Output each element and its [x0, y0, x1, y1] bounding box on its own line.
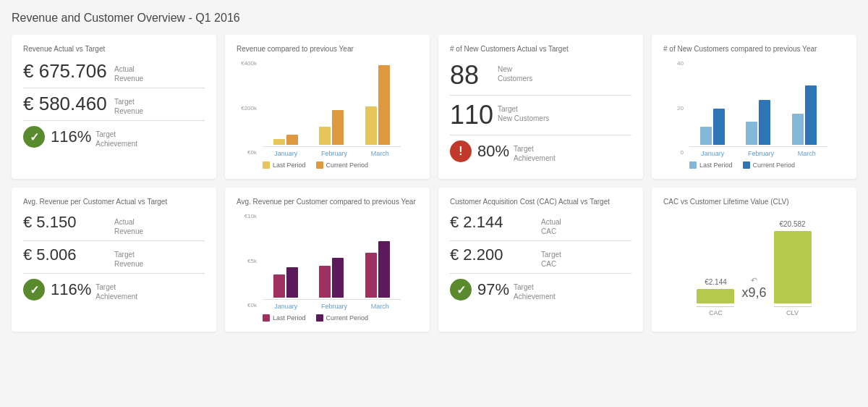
x-mar: March	[371, 150, 389, 157]
revenue-actual-title: Revenue Actual vs Target	[23, 45, 205, 53]
bottom-right-row: Customer Acquisition Cost (CAC) Actual v…	[438, 188, 856, 332]
cac-target-value: € 2.200	[450, 246, 537, 264]
avg-actual-label: ActualRevenue	[114, 217, 143, 236]
divider6	[23, 273, 205, 274]
cust-bar-feb	[746, 100, 770, 145]
cust-legend-current-dot	[743, 161, 750, 169]
customers-achievement-pct: 80%	[477, 142, 509, 161]
cac-achievement-row: 97% TargetAchievement	[450, 278, 631, 301]
avg-legend-current: Current Period	[316, 314, 369, 322]
new-customers-actual-card: # of New Customers Actual vs Target 88 N…	[438, 35, 643, 179]
achievement-label: TargetAchievement	[95, 130, 137, 148]
y-label-200: €200k	[237, 105, 260, 112]
achievement-pct: 116%	[51, 127, 91, 146]
cust-legend-current: Current Period	[743, 161, 796, 169]
customers-target-value: 110	[450, 100, 493, 130]
customers-actual-value: 88	[450, 60, 493, 91]
legend-current-dot	[316, 161, 323, 169]
achievement-row: 116% TargetAchievement	[23, 125, 205, 148]
avg-achievement-row: 116% TargetAchievement	[23, 278, 205, 301]
legend-last-label: Last Period	[273, 161, 306, 169]
avg-actual-block: € 5.150 ActualRevenue	[23, 213, 205, 236]
revenue-bars	[263, 60, 401, 147]
actual-revenue-block: € 675.706 ActualRevenue	[23, 60, 205, 83]
cac-col: €2.144 CAC	[697, 278, 734, 316]
cust-y-40: 40	[663, 60, 686, 67]
avg-bar-mar	[365, 241, 390, 298]
avg-legend-current-dot	[316, 314, 323, 322]
clv-bar	[774, 231, 812, 303]
cust-legend-last-dot	[689, 161, 697, 169]
check-icon	[23, 126, 45, 148]
cac-actual-card: Customer Acquisition Cost (CAC) Actual v…	[438, 188, 643, 332]
avg-legend-last: Last Period	[263, 314, 306, 322]
avg-x-labels: January February March	[263, 303, 401, 310]
cac-achievement-label: TargetAchievement	[514, 282, 556, 301]
clv-bar-label-top: €20.582	[779, 220, 805, 228]
bar-jan-last	[273, 139, 285, 145]
bar-feb-current	[332, 110, 344, 145]
revenue-vs-year-card: Revenue compared to previous Year €0k €2…	[225, 35, 430, 179]
avg-revenue-vs-year-title: Avg. Revenue per Customer compared to pr…	[237, 198, 418, 206]
cust-bar-jan-last	[700, 127, 712, 145]
avg-x-mar: March	[371, 303, 389, 310]
avg-legend: Last Period Current Period	[263, 314, 418, 322]
cust-y-20: 20	[663, 105, 686, 112]
avg-revenue-vs-year-card: Avg. Revenue per Customer compared to pr…	[225, 188, 430, 332]
revenue-actual-card: Revenue Actual vs Target € 675.706 Actua…	[12, 35, 216, 179]
actual-revenue-value: € 675.706	[23, 60, 110, 83]
clv-col: €20.582 CLV	[774, 220, 812, 316]
avg-revenue-actual-title: Avg. Revenue per Customer Actual vs Targ…	[23, 198, 205, 206]
bar-mar-last	[365, 106, 377, 145]
page-title: Revenue and Customer Overview - Q1 2016	[12, 12, 856, 25]
cust-y-0: 0	[663, 149, 686, 156]
divider5	[23, 240, 205, 241]
warning-icon	[450, 140, 472, 162]
multiplier-value: x9,6	[741, 285, 766, 301]
avg-target-block: € 5.006 TargetRevenue	[23, 246, 205, 269]
bar-group-mar	[365, 65, 390, 145]
bar-mar-current	[378, 65, 390, 145]
x-feb: February	[321, 150, 347, 157]
avg-target-label: TargetRevenue	[114, 250, 143, 269]
customers-target-label: TargetNew Customers	[498, 104, 549, 123]
bar-jan-current	[286, 135, 298, 145]
arrow-icon: ↷	[751, 276, 757, 285]
customers-y-axis: 0 20 40	[663, 60, 686, 156]
cac-check-icon	[450, 279, 472, 301]
target-revenue-label: TargetRevenue	[114, 97, 143, 116]
cac-bar-label-top: €2.144	[705, 278, 727, 286]
cac-clv-card: CAC vs Customer Lifetime Value (CLV) €2.…	[652, 188, 856, 332]
customers-legend: Last Period Current Period	[689, 161, 845, 169]
bar-group-feb	[319, 110, 344, 145]
y-axis-labels: €0k €200k €400k	[237, 60, 260, 156]
avg-bar-feb	[319, 258, 344, 298]
cac-actual-value: € 2.144	[450, 213, 537, 232]
customers-target-block: 110 TargetNew Customers	[450, 100, 631, 130]
avg-bar-jan-current	[286, 267, 298, 298]
avg-legend-last-dot	[263, 314, 270, 322]
revenue-vs-year-title: Revenue compared to previous Year	[237, 45, 418, 53]
cac-x-label: CAC	[697, 306, 734, 316]
customers-achievement-row: 80% TargetAchievement	[450, 140, 631, 163]
cac-actual-title: Customer Acquisition Cost (CAC) Actual v…	[450, 198, 631, 206]
avg-bar-mar-last	[365, 253, 377, 298]
legend-current: Current Period	[316, 161, 369, 169]
y-label-400: €400k	[237, 60, 260, 67]
top-left-row: Revenue Actual vs Target € 675.706 Actua…	[12, 35, 430, 179]
new-customers-actual-title: # of New Customers Actual vs Target	[450, 45, 631, 53]
cust-legend-last: Last Period	[689, 161, 733, 169]
multiplier-col: ↷ x9,6	[741, 276, 766, 316]
legend-current-label: Current Period	[326, 161, 369, 169]
cust-bar-mar-current	[805, 85, 817, 145]
divider3	[450, 95, 631, 96]
cust-bar-mar	[792, 85, 817, 145]
y-label-0: €0k	[237, 149, 260, 156]
cust-bar-jan	[700, 109, 725, 145]
avg-target-value: € 5.006	[23, 246, 110, 264]
avg-achievement-label: TargetAchievement	[95, 282, 137, 301]
avg-bar-feb-current	[332, 258, 344, 298]
avg-achievement-pct: 116%	[51, 280, 91, 299]
avg-y-0: €0k	[237, 302, 260, 309]
cac-bar	[697, 289, 734, 303]
